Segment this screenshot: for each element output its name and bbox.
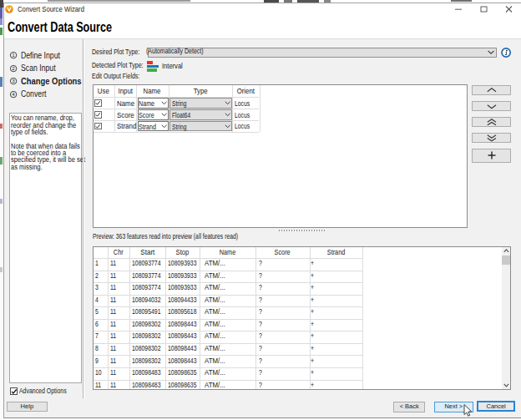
svg-text:1: 1 xyxy=(12,52,15,58)
svg-text:3: 3 xyxy=(12,78,15,83)
svg-text:2: 2 xyxy=(12,65,15,71)
svg-text:4: 4 xyxy=(12,91,15,97)
